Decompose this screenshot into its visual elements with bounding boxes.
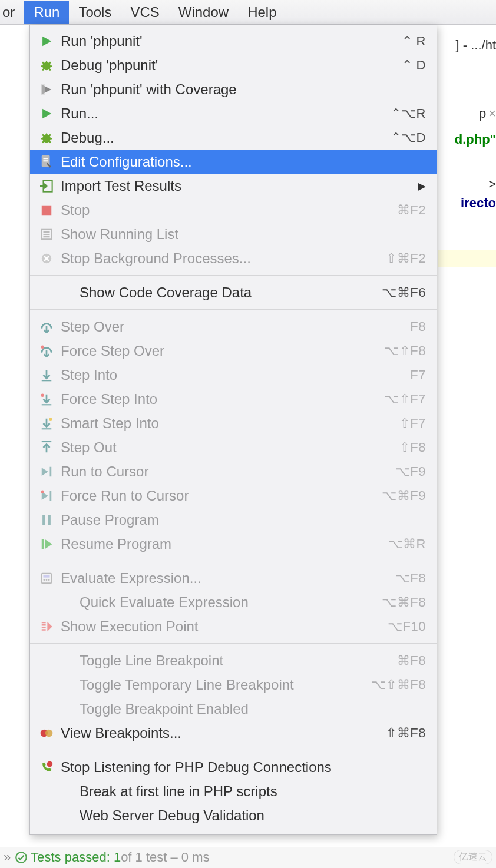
- menubar-prefix: or: [0, 1, 24, 24]
- bg-highlight: [438, 250, 496, 267]
- menu-item-shortcut: ⌥⌘F6: [382, 285, 426, 300]
- menu-item-debug-phpunit[interactable]: Debug 'phpunit'⌃ D: [30, 53, 437, 77]
- import-icon: [37, 180, 56, 193]
- menu-separator: [30, 309, 437, 310]
- step-over-icon: [37, 320, 56, 333]
- menu-run[interactable]: Run: [24, 1, 69, 24]
- menu-item-label: Stop: [61, 202, 397, 218]
- menu-item-label: Stop Listening for PHP Debug Connections: [61, 759, 426, 776]
- tests-total-text: of 1 test – 0 ms: [121, 850, 209, 865]
- menu-item-label: Quick Evaluate Expression: [80, 594, 382, 611]
- menu-item-shortcut: F8: [410, 319, 426, 334]
- run-to-cursor-icon: [37, 465, 56, 478]
- menu-tools[interactable]: Tools: [69, 1, 121, 24]
- menu-item-label: Evaluate Expression...: [61, 570, 395, 587]
- menu-item-toggle-temporary-line-breakpoint: Toggle Temporary Line Breakpoint⌥⇧⌘F8: [30, 672, 437, 697]
- menu-item-step-out: Step Out⇧F8: [30, 435, 437, 459]
- status-chevron: »: [4, 850, 11, 865]
- menu-item-smart-step-into: Smart Step Into⇧F7: [30, 411, 437, 435]
- menu-item-label: Show Code Coverage Data: [80, 284, 382, 301]
- menu-item-stop-background-processes: Stop Background Processes...⇧⌘F2: [30, 246, 437, 270]
- menu-item-shortcut: ⌥⇧F7: [384, 392, 426, 407]
- menu-item-force-step-into: Force Step Into⌥⇧F7: [30, 387, 437, 411]
- breakpoints-icon: [37, 727, 56, 740]
- menu-item-run-to-cursor: Run to Cursor⌥F9: [30, 459, 437, 483]
- menu-item-view-breakpoints[interactable]: View Breakpoints...⇧⌘F8: [30, 721, 437, 745]
- menubar: or Run Tools VCS Window Help: [0, 0, 496, 25]
- menu-item-shortcut: ⇧⌘F2: [386, 251, 426, 266]
- menu-item-label: Force Run to Cursor: [61, 488, 382, 504]
- watermark: 亿速云: [454, 850, 492, 864]
- menu-item-run-phpunit[interactable]: Run 'phpunit'⌃ R: [30, 29, 437, 53]
- stop-icon: [37, 204, 56, 217]
- menu-item-show-code-coverage-data[interactable]: Show Code Coverage Data⌥⌘F6: [30, 280, 437, 304]
- force-step-into-icon: [37, 393, 56, 406]
- menu-item-label: Break at first line in PHP scripts: [80, 783, 426, 800]
- menu-item-shortcut: ⌥⇧F8: [384, 343, 426, 359]
- menu-item-label: Toggle Line Breakpoint: [80, 652, 397, 669]
- menu-item-force-run-to-cursor: Force Run to Cursor⌥⌘F9: [30, 483, 437, 508]
- menu-item-step-over: Step OverF8: [30, 314, 437, 339]
- menu-item-quick-evaluate-expression: Quick Evaluate Expression⌥⌘F8: [30, 590, 437, 614]
- menu-vcs[interactable]: VCS: [121, 1, 168, 24]
- play-green-icon: [37, 35, 56, 48]
- bg-code-php: d.php": [455, 132, 496, 147]
- menu-item-label: Debug...: [61, 130, 391, 146]
- menu-item-label: Run...: [61, 105, 391, 122]
- bug-green-icon: [37, 131, 56, 144]
- menu-item-run-phpunit-with-coverage[interactable]: Run 'phpunit' with Coverage: [30, 77, 437, 101]
- menu-item-web-server-debug-validation[interactable]: Web Server Debug Validation: [30, 803, 437, 827]
- bg-tab-text: ] - .../ht: [456, 38, 496, 53]
- menu-item-shortcut: ⌃⌥D: [391, 130, 426, 145]
- exec-point-icon: [37, 620, 56, 633]
- menu-item-label: Step Out: [61, 439, 399, 456]
- menu-item-shortcut: ⌃ R: [402, 34, 426, 49]
- menu-item-shortcut: ⌥⇧⌘F8: [371, 677, 426, 693]
- menu-item-label: Run to Cursor: [61, 463, 395, 480]
- menu-item-run[interactable]: Run...⌃⌥R: [30, 101, 437, 125]
- menu-item-debug[interactable]: Debug...⌃⌥D: [30, 125, 437, 150]
- menu-item-shortcut: ⇧⌘F8: [386, 725, 426, 741]
- menu-item-shortcut: ⌥⌘F9: [382, 488, 426, 503]
- menu-separator: [30, 750, 437, 750]
- menu-window[interactable]: Window: [169, 1, 238, 24]
- menu-help[interactable]: Help: [238, 1, 286, 24]
- menu-separator: [30, 275, 437, 276]
- bg-arrow: >: [488, 177, 496, 192]
- menu-item-import-test-results[interactable]: Import Test Results▶: [30, 174, 437, 198]
- menu-item-label: Import Test Results: [61, 178, 412, 194]
- menu-item-label: Step Over: [61, 319, 410, 335]
- menu-item-label: Debug 'phpunit': [61, 57, 402, 74]
- smart-step-into-icon: [37, 417, 56, 430]
- menu-item-edit-configurations[interactable]: Edit Configurations...: [30, 150, 437, 174]
- force-run-to-cursor-icon: [37, 489, 56, 502]
- menu-item-break-at-first-line-in-php-scripts[interactable]: Break at first line in PHP scripts: [30, 779, 437, 803]
- bg-text2: irecto: [461, 196, 496, 211]
- menu-item-stop-listening-for-php-debug-connections[interactable]: Stop Listening for PHP Debug Connections: [30, 755, 437, 779]
- run-menu-dropdown: Run 'phpunit'⌃ RDebug 'phpunit'⌃ DRun 'p…: [29, 25, 437, 835]
- step-into-icon: [37, 369, 56, 382]
- list-icon: [37, 228, 56, 241]
- menu-item-label: Run 'phpunit' with Coverage: [61, 81, 426, 98]
- menu-item-toggle-line-breakpoint: Toggle Line Breakpoint⌘F8: [30, 648, 437, 672]
- menu-item-label: Show Running List: [61, 226, 426, 243]
- menu-item-label: Show Execution Point: [61, 618, 388, 635]
- menu-item-label: Toggle Breakpoint Enabled: [80, 701, 426, 717]
- pause-icon: [37, 513, 56, 526]
- menu-item-resume-program: Resume Program⌥⌘R: [30, 532, 437, 556]
- menu-item-shortcut: ⌃⌥R: [391, 106, 426, 121]
- menu-item-evaluate-expression: Evaluate Expression...⌥F8: [30, 566, 437, 590]
- menu-item-shortcut: ⇧F8: [399, 440, 426, 455]
- calc-icon: [37, 572, 56, 585]
- menu-item-show-running-list: Show Running List: [30, 222, 437, 246]
- menu-item-label: Stop Background Processes...: [61, 250, 386, 267]
- menu-item-step-into: Step IntoF7: [30, 363, 437, 387]
- bg-tab2: p×: [479, 106, 496, 121]
- menu-separator: [30, 643, 437, 644]
- check-icon: [15, 852, 27, 863]
- edit-icon: [37, 155, 56, 168]
- submenu-arrow-icon: ▶: [418, 180, 426, 193]
- menu-item-label: Smart Step Into: [61, 415, 399, 432]
- tests-passed-text: Tests passed: 1: [31, 850, 121, 865]
- menu-item-label: Pause Program: [61, 512, 426, 528]
